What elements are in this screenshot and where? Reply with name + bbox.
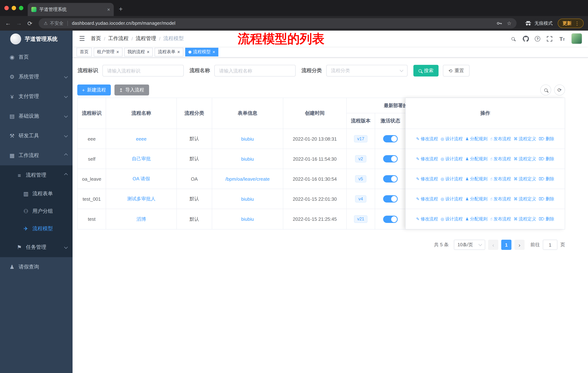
form-info-link[interactable]: biubiu	[241, 216, 254, 222]
breadcrumb-item[interactable]: 流程管理	[136, 35, 156, 42]
sidebar-item-user-group[interactable]: ⚇用户分组	[0, 202, 73, 220]
tag-view[interactable]: 流程模型×	[185, 48, 219, 56]
new-tab-button[interactable]: +	[119, 5, 123, 13]
action-delete-link[interactable]: ⌦删除	[539, 216, 554, 222]
help-icon[interactable]: ?	[535, 36, 540, 41]
active-toggle[interactable]	[383, 175, 398, 182]
process-name-link[interactable]: 自己审批	[132, 156, 151, 162]
action-assign-link[interactable]: ♟分配规则	[465, 136, 488, 142]
breadcrumb-item[interactable]: 工作流程	[108, 35, 129, 42]
action-edit-link[interactable]: ✎修改流程	[416, 136, 438, 142]
action-publish-link[interactable]: ☝发布流程	[490, 196, 511, 202]
form-info-link[interactable]: biubiu	[241, 156, 254, 161]
process-name-link[interactable]: OA 请假	[133, 176, 150, 182]
tag-close-icon[interactable]: ×	[147, 50, 149, 54]
form-info-link[interactable]: biubiu	[241, 136, 254, 141]
sidebar-toggle-icon[interactable]: ☰	[79, 35, 85, 43]
action-delete-link[interactable]: ⌦删除	[539, 196, 554, 202]
tag-close-icon[interactable]: ×	[212, 50, 215, 54]
action-definition-link[interactable]: ⌘流程定义	[514, 156, 536, 162]
refresh-table-button[interactable]: ⟳	[554, 84, 565, 95]
form-info-link[interactable]: /bpm/oa/leave/create	[225, 176, 270, 181]
breadcrumb-item[interactable]: 首页	[91, 35, 101, 42]
action-design-link[interactable]: ◎设计流程	[441, 136, 462, 142]
action-definition-link[interactable]: ⌘流程定义	[514, 196, 536, 202]
bookmark-star-icon[interactable]: ☆	[507, 20, 511, 26]
address-bar[interactable]: ⚠ 不安全 dashboard.yudao.iocoder.cn/bpm/man…	[39, 18, 516, 28]
action-edit-link[interactable]: ✎修改流程	[416, 156, 438, 162]
sidebar-item-process-form[interactable]: ▥流程表单	[0, 185, 73, 202]
search-icon[interactable]	[509, 35, 516, 42]
page-button-1[interactable]: 1	[501, 240, 511, 250]
sidebar-item-infrastructure[interactable]: ▤基础设施	[0, 106, 73, 126]
process-name-link[interactable]: 测试多审批人	[127, 196, 156, 202]
action-delete-link[interactable]: ⌦删除	[539, 176, 554, 182]
toggle-search-button[interactable]	[540, 84, 551, 95]
tag-close-icon[interactable]: ×	[116, 50, 119, 54]
process-name-input[interactable]	[214, 65, 296, 77]
create-process-button[interactable]: + 新建流程	[77, 84, 111, 95]
action-edit-link[interactable]: ✎修改流程	[416, 216, 438, 222]
sidebar-item-system[interactable]: ⚙系统管理	[0, 67, 73, 87]
reload-button[interactable]: ⟳	[25, 18, 35, 28]
fullscreen-icon[interactable]	[546, 35, 553, 42]
process-name-link[interactable]: eeee	[136, 136, 147, 141]
tab-close-icon[interactable]: ×	[107, 7, 110, 12]
update-button[interactable]: 更新 ⋮	[558, 19, 584, 28]
tag-view[interactable]: 首页	[77, 48, 92, 56]
process-key-input[interactable]	[102, 65, 184, 77]
goto-page-input[interactable]	[543, 240, 557, 250]
prev-page-button[interactable]: ‹	[488, 240, 498, 250]
close-window-button[interactable]	[4, 6, 9, 10]
action-publish-link[interactable]: ☝发布流程	[490, 216, 511, 222]
category-select[interactable]: 流程分类	[326, 65, 408, 77]
action-assign-link[interactable]: ♟分配规则	[465, 176, 488, 182]
active-toggle[interactable]	[383, 135, 398, 142]
action-assign-link[interactable]: ♟分配规则	[465, 196, 488, 202]
browser-tab[interactable]: 芋道管理系统 ×	[28, 3, 114, 16]
active-toggle[interactable]	[383, 215, 398, 223]
action-edit-link[interactable]: ✎修改流程	[416, 176, 438, 182]
password-key-icon[interactable]	[497, 20, 503, 26]
action-publish-link[interactable]: ☝发布流程	[490, 156, 511, 162]
action-design-link[interactable]: ◎设计流程	[441, 176, 462, 182]
sidebar-item-workflow[interactable]: ▦工作流程	[0, 146, 73, 165]
sidebar-item-home[interactable]: ◉首页	[0, 47, 73, 67]
sidebar-item-devtools[interactable]: ⚒研发工具	[0, 126, 73, 146]
tag-close-icon[interactable]: ×	[177, 50, 180, 54]
action-definition-link[interactable]: ⌘流程定义	[514, 176, 536, 182]
forward-button[interactable]: →	[14, 18, 24, 28]
action-publish-link[interactable]: ☝发布流程	[490, 136, 511, 142]
action-assign-link[interactable]: ♟分配规则	[465, 156, 488, 162]
page-size-select[interactable]: 10条/页	[454, 240, 485, 250]
action-definition-link[interactable]: ⌘流程定义	[514, 216, 536, 222]
incognito-badge[interactable]: 无痕模式	[520, 20, 557, 26]
form-info-link[interactable]: biubiu	[241, 196, 254, 202]
action-delete-link[interactable]: ⌦删除	[539, 156, 554, 162]
search-button[interactable]: 搜索	[413, 65, 439, 77]
font-size-icon[interactable]: T	[558, 35, 566, 42]
action-design-link[interactable]: ◎设计流程	[441, 196, 462, 202]
sidebar-item-task-mgmt[interactable]: ⚑任务管理	[0, 238, 73, 257]
active-toggle[interactable]	[383, 155, 398, 162]
action-definition-link[interactable]: ⌘流程定义	[514, 136, 536, 142]
action-design-link[interactable]: ◎设计流程	[441, 216, 462, 222]
minimize-window-button[interactable]	[12, 6, 16, 10]
action-delete-link[interactable]: ⌦删除	[539, 136, 554, 142]
tag-view[interactable]: 我的流程×	[124, 48, 153, 56]
reset-button[interactable]: ⟲ 重置	[443, 65, 470, 77]
action-design-link[interactable]: ◎设计流程	[441, 156, 462, 162]
sidebar-item-process-model[interactable]: ✈流程模型	[0, 220, 73, 238]
sidebar-item-leave-query[interactable]: ♟请假查询	[0, 257, 73, 277]
user-avatar[interactable]	[571, 33, 582, 44]
back-button[interactable]: ←	[3, 18, 13, 28]
import-process-button[interactable]: ↥ 导入流程	[114, 84, 149, 95]
next-page-button[interactable]: ›	[514, 240, 525, 250]
action-publish-link[interactable]: ☝发布流程	[490, 176, 511, 182]
process-name-link[interactable]: 滔博	[136, 216, 146, 222]
sidebar-item-process-mgmt[interactable]: ≡流程管理	[0, 165, 73, 185]
action-assign-link[interactable]: ♟分配规则	[465, 216, 488, 222]
browser-menu-kebab-icon[interactable]: ⋮	[575, 20, 580, 26]
tag-view[interactable]: 租户管理×	[94, 48, 122, 56]
maximize-window-button[interactable]	[19, 6, 23, 10]
